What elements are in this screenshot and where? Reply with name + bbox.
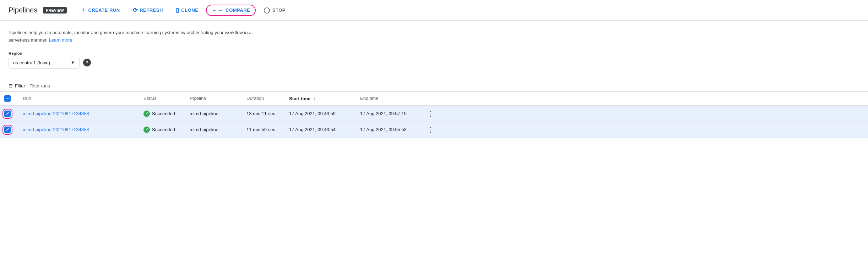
checked-checkbox-1[interactable] <box>4 111 11 117</box>
run-pipeline-1: mlmd-pipeline <box>184 106 241 122</box>
run-end-2: 17 Aug 2021, 09:55:53 <box>354 122 418 138</box>
create-run-button[interactable]: ＋ CREATE RUN <box>75 4 125 16</box>
run-menu-2[interactable]: ⋮ <box>418 122 868 138</box>
clone-button[interactable]: ▯ CLONE <box>171 5 204 16</box>
col-header-status: Status <box>138 92 184 106</box>
stop-icon: ◯ <box>264 7 270 14</box>
checked-checkbox-2[interactable] <box>4 127 11 133</box>
select-all-checkbox-header[interactable] <box>0 92 17 106</box>
region-value: us-central1 (Iowa) <box>13 60 59 65</box>
kebab-menu-2[interactable]: ⋮ <box>424 125 437 134</box>
filter-icon: ☰ <box>9 83 13 89</box>
table-header: Run Status Pipeline Duration Start time … <box>0 92 868 106</box>
refresh-icon: ⟳ <box>133 7 138 14</box>
region-select[interactable]: us-central1 (Iowa) ▼ <box>9 57 80 69</box>
kebab-menu-1[interactable]: ⋮ <box>424 109 437 118</box>
runs-table: Run Status Pipeline Duration Start time … <box>0 92 868 138</box>
run-start-1: 17 Aug 2021, 09:43:59 <box>283 106 354 122</box>
run-name-2: mlmd-pipeline-20210817134353 <box>17 122 138 138</box>
filter-runs-text: Filter runs <box>29 83 50 89</box>
plus-icon: ＋ <box>80 6 86 14</box>
success-icon-2 <box>143 127 150 133</box>
col-header-end-time: End time <box>354 92 418 106</box>
indeterminate-checkbox[interactable] <box>4 95 11 102</box>
table-body: mlmd-pipeline-20210817134358 Succeeded m… <box>0 106 868 138</box>
learn-more-link[interactable]: Learn more <box>49 37 72 43</box>
col-header-pipeline: Pipeline <box>184 92 241 106</box>
filter-button[interactable]: ☰ Filter <box>9 83 25 89</box>
content-area: Pipelines help you to automate, monitor … <box>0 21 868 69</box>
run-status-1: Succeeded <box>138 106 184 122</box>
run-menu-1[interactable]: ⋮ <box>418 106 868 122</box>
row-checkbox-1[interactable] <box>0 106 17 122</box>
col-header-actions <box>418 92 868 106</box>
clone-icon: ▯ <box>176 7 179 14</box>
run-name-1: mlmd-pipeline-20210817134358 <box>17 106 138 122</box>
region-section: Region us-central1 (Iowa) ▼ ? <box>9 51 859 69</box>
help-icon[interactable]: ? <box>83 59 91 66</box>
run-link-1[interactable]: mlmd-pipeline-20210817134358 <box>23 111 89 116</box>
col-header-run: Run <box>17 92 138 106</box>
description-text: Pipelines help you to automate, monitor … <box>9 29 257 44</box>
run-end-1: 17 Aug 2021, 09:57:10 <box>354 106 418 122</box>
run-duration-1: 13 min 11 sec <box>241 106 283 122</box>
filter-row: ☰ Filter Filter runs <box>0 80 868 92</box>
col-header-duration: Duration <box>241 92 283 106</box>
refresh-button[interactable]: ⟳ REFRESH <box>128 5 168 16</box>
compare-icon: ←→ <box>212 7 223 14</box>
sort-arrow-icon: ↓ <box>313 96 316 101</box>
region-select-wrap: us-central1 (Iowa) ▼ ? <box>9 57 859 69</box>
run-pipeline-2: mlmd-pipeline <box>184 122 241 138</box>
run-link-2[interactable]: mlmd-pipeline-20210817134353 <box>23 127 89 132</box>
preview-badge: PREVIEW <box>43 7 67 14</box>
run-status-2: Succeeded <box>138 122 184 138</box>
table-wrap: Run Status Pipeline Duration Start time … <box>0 92 868 138</box>
toolbar: Pipelines PREVIEW ＋ CREATE RUN ⟳ REFRESH… <box>0 0 868 21</box>
success-icon-1 <box>143 111 150 117</box>
page-title: Pipelines <box>9 6 37 14</box>
row-checkbox-2[interactable] <box>0 122 17 138</box>
compare-button[interactable]: ←→ COMPARE <box>206 5 256 16</box>
col-header-start-time[interactable]: Start time ↓ <box>283 92 354 106</box>
stop-button[interactable]: ◯ STOP <box>259 5 291 16</box>
chevron-down-icon: ▼ <box>71 60 75 65</box>
run-start-2: 17 Aug 2021, 09:43:54 <box>283 122 354 138</box>
divider <box>0 76 868 76</box>
table-row: mlmd-pipeline-20210817134353 Succeeded m… <box>0 122 868 138</box>
run-duration-2: 11 min 59 sec <box>241 122 283 138</box>
table-row: mlmd-pipeline-20210817134358 Succeeded m… <box>0 106 868 122</box>
region-label: Region <box>9 51 859 55</box>
